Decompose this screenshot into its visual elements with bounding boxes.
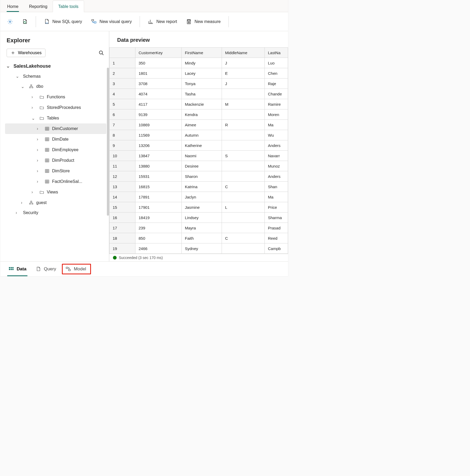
table-row[interactable]: 1517901JasmineLPrice xyxy=(109,202,288,212)
search-icon[interactable] xyxy=(98,49,105,56)
add-warehouses-button[interactable]: Warehouses xyxy=(7,49,45,57)
tree-node-schemas[interactable]: ⌄ Schemas xyxy=(5,71,106,81)
cell[interactable] xyxy=(222,161,265,171)
cell[interactable]: Jasmine xyxy=(182,202,222,212)
tree-node-dbo[interactable]: ⌄ dbo xyxy=(5,81,106,92)
cell[interactable]: Ramire xyxy=(265,99,288,109)
tab-reporting[interactable]: Reporting xyxy=(24,1,53,12)
tree-node-stored-procedures[interactable]: › StoredProcedures xyxy=(5,102,106,113)
tree-node-table[interactable]: ›DimStore xyxy=(5,166,106,176)
cell[interactable]: Prasad xyxy=(265,223,288,233)
table-row[interactable]: 913206KatherineAnders xyxy=(109,140,288,151)
table-row[interactable]: 811569AutumnWu xyxy=(109,130,288,140)
cell[interactable]: Reed xyxy=(265,233,288,243)
cell[interactable]: Munoz xyxy=(265,161,288,171)
tree-node-table[interactable]: ›DimEmployee xyxy=(5,145,106,155)
cell[interactable]: Faith xyxy=(182,233,222,243)
tree-node-views[interactable]: › Views xyxy=(5,187,106,197)
cell[interactable]: 13206 xyxy=(135,140,182,151)
cell[interactable]: Tasha xyxy=(182,89,222,99)
table-row[interactable]: 33708TonyaJRaje xyxy=(109,78,288,89)
scrollbar-thumb[interactable] xyxy=(107,68,109,216)
cell[interactable]: Sharon xyxy=(182,171,222,182)
cell[interactable]: 4117 xyxy=(135,99,182,109)
cell[interactable]: Luo xyxy=(265,58,288,68)
data-grid[interactable]: CustomerKeyFirstNameMiddleNameLastNa 135… xyxy=(109,47,288,254)
tree-node-table[interactable]: ›DimProduct xyxy=(5,155,106,166)
cell[interactable]: 1801 xyxy=(135,68,182,78)
tree-node-guest[interactable]: › guest xyxy=(5,197,106,208)
table-row[interactable]: 54117MackenzieMRamire xyxy=(109,99,288,109)
table-row[interactable]: 1013847NaomiSNavarr xyxy=(109,151,288,161)
cell[interactable]: Raje xyxy=(265,78,288,89)
cell[interactable]: Campb xyxy=(265,243,288,254)
tree-node-table[interactable]: ›DimDate xyxy=(5,134,106,145)
cell[interactable]: R xyxy=(222,120,265,130)
cell[interactable]: Aimee xyxy=(182,120,222,130)
table-row[interactable]: 1350MindyJLuo xyxy=(109,58,288,68)
cell[interactable]: Lindsey xyxy=(182,212,222,223)
table-row[interactable]: 710869AimeeRMa xyxy=(109,120,288,130)
new-sql-query-button[interactable]: SQL New SQL query xyxy=(41,17,85,26)
cell[interactable]: S xyxy=(222,151,265,161)
cell[interactable]: J xyxy=(222,78,265,89)
cell[interactable]: Autumn xyxy=(182,130,222,140)
cell[interactable]: M xyxy=(222,99,265,109)
cell[interactable] xyxy=(222,243,265,254)
table-row[interactable]: 21801LaceyEChen xyxy=(109,68,288,78)
cell[interactable] xyxy=(222,171,265,182)
view-tab-data[interactable]: Data xyxy=(5,264,30,275)
table-row[interactable]: 17239MayraPrasad xyxy=(109,223,288,233)
tree-node-database[interactable]: ⌄ SalesLakehouse xyxy=(5,61,106,71)
table-row[interactable]: 1417891JaclynMa xyxy=(109,192,288,202)
settings-button[interactable] xyxy=(4,17,16,26)
new-visual-query-button[interactable]: New visual query xyxy=(88,17,134,26)
cell[interactable]: Moren xyxy=(265,109,288,120)
cell[interactable]: Mayra xyxy=(182,223,222,233)
table-row[interactable]: 192466SydneyCampb xyxy=(109,243,288,254)
column-header[interactable]: LastNa xyxy=(265,48,288,58)
cell[interactable]: 2466 xyxy=(135,243,182,254)
cell[interactable]: 13880 xyxy=(135,161,182,171)
cell[interactable]: Sydney xyxy=(182,243,222,254)
cell[interactable]: 350 xyxy=(135,58,182,68)
column-header[interactable] xyxy=(109,48,135,58)
column-header[interactable]: FirstName xyxy=(182,48,222,58)
cell[interactable]: 11569 xyxy=(135,130,182,140)
table-row[interactable]: 1215931SharonAnders xyxy=(109,171,288,182)
cell[interactable]: Anders xyxy=(265,140,288,151)
cell[interactable]: J xyxy=(222,58,265,68)
cell[interactable] xyxy=(222,89,265,99)
cell[interactable]: Naomi xyxy=(182,151,222,161)
cell[interactable]: Sharma xyxy=(265,212,288,223)
new-measure-button[interactable]: New measure xyxy=(183,17,223,26)
tree-node-table[interactable]: ›DimCustomer xyxy=(5,123,106,134)
cell[interactable]: C xyxy=(222,182,265,192)
cell[interactable] xyxy=(222,109,265,120)
table-row[interactable]: 18850FaithCReed xyxy=(109,233,288,243)
table-row[interactable]: 1113880DesireeMunoz xyxy=(109,161,288,171)
cell[interactable]: Mackenzie xyxy=(182,99,222,109)
cell[interactable]: Anders xyxy=(265,171,288,182)
view-tab-model[interactable]: Model xyxy=(62,264,91,274)
tree-node-table[interactable]: ›FactOnlineSal... xyxy=(5,176,106,187)
tree-node-functions[interactable]: › Functions xyxy=(5,92,106,102)
cell[interactable]: E xyxy=(222,68,265,78)
column-header[interactable]: CustomerKey xyxy=(135,48,182,58)
table-row[interactable]: 44074TashaChande xyxy=(109,89,288,99)
tree-node-security[interactable]: › Security xyxy=(5,208,106,218)
cell[interactable]: Chande xyxy=(265,89,288,99)
cell[interactable] xyxy=(222,223,265,233)
tab-home[interactable]: Home xyxy=(2,1,24,12)
cell[interactable]: 13847 xyxy=(135,151,182,161)
cell[interactable]: 239 xyxy=(135,223,182,233)
cell[interactable]: 17891 xyxy=(135,192,182,202)
cell[interactable]: Navarr xyxy=(265,151,288,161)
new-report-button[interactable]: New report xyxy=(145,17,180,26)
cell[interactable]: Ma xyxy=(265,192,288,202)
table-row[interactable]: 1618419LindseySharma xyxy=(109,212,288,223)
cell[interactable]: 4074 xyxy=(135,89,182,99)
cell[interactable]: Jaclyn xyxy=(182,192,222,202)
cell[interactable]: Shan xyxy=(265,182,288,192)
cell[interactable]: Desiree xyxy=(182,161,222,171)
